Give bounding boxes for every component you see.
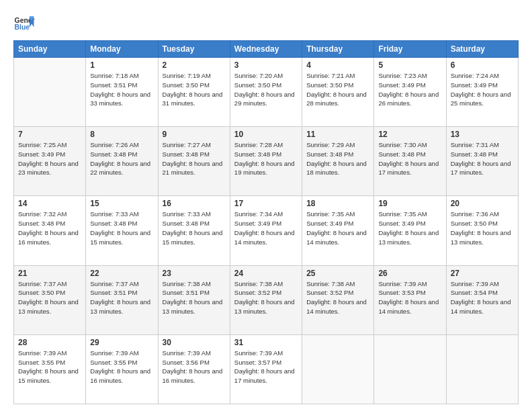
day-info: Sunrise: 7:26 AM Sunset: 3:48 PM Dayligh… <box>90 140 153 177</box>
weekday-header-friday: Friday <box>374 41 446 58</box>
calendar-week-row: 21Sunrise: 7:37 AM Sunset: 3:50 PM Dayli… <box>14 265 519 334</box>
day-info: Sunrise: 7:31 AM Sunset: 3:48 PM Dayligh… <box>451 140 514 177</box>
calendar-cell: 8Sunrise: 7:26 AM Sunset: 3:48 PM Daylig… <box>86 127 158 196</box>
day-number: 22 <box>90 269 153 278</box>
svg-text:Blue: Blue <box>15 24 30 31</box>
calendar-week-row: 7Sunrise: 7:25 AM Sunset: 3:49 PM Daylig… <box>14 127 519 196</box>
calendar-cell <box>302 334 374 404</box>
day-number: 1 <box>90 60 153 70</box>
day-number: 5 <box>378 60 441 70</box>
day-info: Sunrise: 7:27 AM Sunset: 3:48 PM Dayligh… <box>163 140 226 177</box>
calendar-cell: 9Sunrise: 7:27 AM Sunset: 3:48 PM Daylig… <box>158 127 230 196</box>
calendar-cell: 14Sunrise: 7:32 AM Sunset: 3:48 PM Dayli… <box>14 196 86 265</box>
day-number: 24 <box>234 269 298 278</box>
day-number: 23 <box>163 269 226 278</box>
day-info: Sunrise: 7:39 AM Sunset: 3:57 PM Dayligh… <box>234 349 298 385</box>
day-number: 12 <box>378 130 441 139</box>
day-info: Sunrise: 7:33 AM Sunset: 3:48 PM Dayligh… <box>163 210 226 246</box>
day-info: Sunrise: 7:38 AM Sunset: 3:52 PM Dayligh… <box>234 279 298 316</box>
day-info: Sunrise: 7:38 AM Sunset: 3:52 PM Dayligh… <box>306 279 369 316</box>
calendar-cell: 16Sunrise: 7:33 AM Sunset: 3:48 PM Dayli… <box>158 196 230 265</box>
logo-icon: General Blue <box>13 12 35 34</box>
calendar-cell: 31Sunrise: 7:39 AM Sunset: 3:57 PM Dayli… <box>230 334 302 404</box>
day-number: 10 <box>234 130 298 139</box>
calendar-cell: 15Sunrise: 7:33 AM Sunset: 3:48 PM Dayli… <box>86 196 158 265</box>
day-info: Sunrise: 7:32 AM Sunset: 3:48 PM Dayligh… <box>18 210 81 246</box>
calendar-cell: 17Sunrise: 7:34 AM Sunset: 3:49 PM Dayli… <box>230 196 302 265</box>
day-number: 11 <box>306 130 369 139</box>
calendar-cell: 18Sunrise: 7:35 AM Sunset: 3:49 PM Dayli… <box>302 196 374 265</box>
day-info: Sunrise: 7:39 AM Sunset: 3:53 PM Dayligh… <box>378 279 441 316</box>
day-number: 17 <box>234 199 298 208</box>
day-info: Sunrise: 7:21 AM Sunset: 3:50 PM Dayligh… <box>306 71 369 108</box>
day-info: Sunrise: 7:39 AM Sunset: 3:56 PM Dayligh… <box>163 349 226 385</box>
calendar-cell: 1Sunrise: 7:18 AM Sunset: 3:51 PM Daylig… <box>86 58 158 127</box>
weekday-header-tuesday: Tuesday <box>158 41 230 58</box>
calendar-cell: 29Sunrise: 7:39 AM Sunset: 3:55 PM Dayli… <box>86 334 158 404</box>
day-number: 18 <box>306 199 369 208</box>
calendar-cell: 4Sunrise: 7:21 AM Sunset: 3:50 PM Daylig… <box>302 58 374 127</box>
day-info: Sunrise: 7:18 AM Sunset: 3:51 PM Dayligh… <box>90 71 153 108</box>
weekday-header-sunday: Sunday <box>14 41 86 58</box>
calendar-cell: 6Sunrise: 7:24 AM Sunset: 3:49 PM Daylig… <box>446 58 518 127</box>
day-info: Sunrise: 7:20 AM Sunset: 3:50 PM Dayligh… <box>234 71 298 108</box>
day-number: 25 <box>306 269 369 278</box>
calendar-cell: 19Sunrise: 7:35 AM Sunset: 3:49 PM Dayli… <box>374 196 446 265</box>
logo: General Blue <box>13 12 35 34</box>
day-info: Sunrise: 7:34 AM Sunset: 3:49 PM Dayligh… <box>234 210 298 246</box>
calendar-cell: 12Sunrise: 7:30 AM Sunset: 3:48 PM Dayli… <box>374 127 446 196</box>
day-number: 21 <box>18 269 81 278</box>
calendar-cell: 20Sunrise: 7:36 AM Sunset: 3:50 PM Dayli… <box>446 196 518 265</box>
day-info: Sunrise: 7:36 AM Sunset: 3:50 PM Dayligh… <box>451 210 514 246</box>
day-number: 15 <box>90 199 153 208</box>
calendar-cell <box>446 334 518 404</box>
day-info: Sunrise: 7:29 AM Sunset: 3:48 PM Dayligh… <box>306 140 369 177</box>
day-info: Sunrise: 7:39 AM Sunset: 3:54 PM Dayligh… <box>451 279 514 316</box>
day-number: 28 <box>18 338 81 347</box>
calendar-cell: 25Sunrise: 7:38 AM Sunset: 3:52 PM Dayli… <box>302 265 374 334</box>
calendar-cell: 2Sunrise: 7:19 AM Sunset: 3:50 PM Daylig… <box>158 58 230 127</box>
day-info: Sunrise: 7:35 AM Sunset: 3:49 PM Dayligh… <box>378 210 441 246</box>
day-info: Sunrise: 7:23 AM Sunset: 3:49 PM Dayligh… <box>378 71 441 108</box>
calendar-cell: 21Sunrise: 7:37 AM Sunset: 3:50 PM Dayli… <box>14 265 86 334</box>
calendar-cell <box>14 58 86 127</box>
calendar-cell: 28Sunrise: 7:39 AM Sunset: 3:55 PM Dayli… <box>14 334 86 404</box>
calendar-cell: 11Sunrise: 7:29 AM Sunset: 3:48 PM Dayli… <box>302 127 374 196</box>
day-info: Sunrise: 7:19 AM Sunset: 3:50 PM Dayligh… <box>163 71 226 108</box>
day-number: 20 <box>451 199 514 208</box>
day-number: 8 <box>90 130 153 139</box>
day-info: Sunrise: 7:39 AM Sunset: 3:55 PM Dayligh… <box>18 349 81 385</box>
calendar-cell: 22Sunrise: 7:37 AM Sunset: 3:51 PM Dayli… <box>86 265 158 334</box>
day-info: Sunrise: 7:37 AM Sunset: 3:51 PM Dayligh… <box>90 279 153 316</box>
day-info: Sunrise: 7:24 AM Sunset: 3:49 PM Dayligh… <box>451 71 514 108</box>
calendar-cell: 3Sunrise: 7:20 AM Sunset: 3:50 PM Daylig… <box>230 58 302 127</box>
calendar-week-row: 28Sunrise: 7:39 AM Sunset: 3:55 PM Dayli… <box>14 334 519 404</box>
day-info: Sunrise: 7:38 AM Sunset: 3:51 PM Dayligh… <box>163 279 226 316</box>
day-number: 6 <box>451 60 514 70</box>
day-number: 14 <box>18 199 81 208</box>
day-number: 31 <box>234 338 298 347</box>
day-number: 9 <box>163 130 226 139</box>
day-number: 3 <box>234 60 298 70</box>
day-number: 7 <box>18 130 81 139</box>
weekday-header-wednesday: Wednesday <box>230 41 302 58</box>
calendar-cell: 27Sunrise: 7:39 AM Sunset: 3:54 PM Dayli… <box>446 265 518 334</box>
weekday-header-saturday: Saturday <box>446 41 518 58</box>
calendar-week-row: 14Sunrise: 7:32 AM Sunset: 3:48 PM Dayli… <box>14 196 519 265</box>
weekday-header-monday: Monday <box>86 41 158 58</box>
calendar-week-row: 1Sunrise: 7:18 AM Sunset: 3:51 PM Daylig… <box>14 58 519 127</box>
day-info: Sunrise: 7:39 AM Sunset: 3:55 PM Dayligh… <box>90 349 153 385</box>
day-info: Sunrise: 7:28 AM Sunset: 3:48 PM Dayligh… <box>234 140 298 177</box>
calendar-cell: 24Sunrise: 7:38 AM Sunset: 3:52 PM Dayli… <box>230 265 302 334</box>
day-number: 19 <box>378 199 441 208</box>
calendar-table: SundayMondayTuesdayWednesdayThursdayFrid… <box>13 40 519 404</box>
calendar-cell: 13Sunrise: 7:31 AM Sunset: 3:48 PM Dayli… <box>446 127 518 196</box>
calendar-cell: 10Sunrise: 7:28 AM Sunset: 3:48 PM Dayli… <box>230 127 302 196</box>
weekday-header-thursday: Thursday <box>302 41 374 58</box>
day-number: 29 <box>90 338 153 347</box>
calendar-cell <box>374 334 446 404</box>
day-info: Sunrise: 7:37 AM Sunset: 3:50 PM Dayligh… <box>18 279 81 316</box>
day-number: 30 <box>163 338 226 347</box>
day-number: 26 <box>378 269 441 278</box>
calendar-cell: 7Sunrise: 7:25 AM Sunset: 3:49 PM Daylig… <box>14 127 86 196</box>
